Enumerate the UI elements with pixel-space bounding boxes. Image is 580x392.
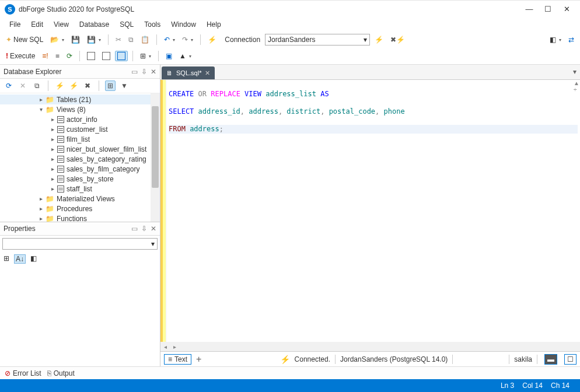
view-icon — [57, 176, 64, 183]
expand-icon[interactable]: ▸ — [37, 215, 44, 222]
menu-database[interactable]: Database — [75, 19, 114, 30]
disconnect-button[interactable]: ⚡ — [372, 34, 386, 45]
expand-icon[interactable]: ▸ — [49, 116, 56, 123]
tree-item[interactable]: ▸sales_by_film_category — [0, 164, 160, 174]
tree-item[interactable]: ▸sales_by_store — [0, 174, 160, 184]
execute-cursor-button[interactable]: ≡! — [40, 51, 50, 61]
sort-az-icon[interactable]: A↓ — [14, 254, 26, 264]
add-view-button[interactable]: + — [196, 354, 201, 365]
filter-button[interactable]: ▼ — [119, 80, 130, 91]
menu-view[interactable]: View — [49, 19, 74, 30]
tab-close-icon[interactable]: ✕ — [205, 69, 210, 77]
expand-icon[interactable]: ▸ — [37, 195, 44, 202]
menu-edit[interactable]: Edit — [26, 19, 48, 30]
connection-dropdown[interactable]: JordanSanders ▾ — [265, 34, 370, 46]
debug-button[interactable] — [85, 51, 97, 61]
db-explorer-tree[interactable]: ▸📁Tables (21)▾📁Views (8)▸actor_info▸cust… — [0, 93, 160, 222]
output-label: Output — [54, 369, 75, 377]
execute-button[interactable]: ! Execute — [4, 51, 37, 61]
connect-button[interactable]: ⚡ — [205, 34, 219, 45]
tree-item[interactable]: ▸📁Materialized Views — [0, 194, 160, 204]
settings-button[interactable]: ⇄ — [566, 34, 576, 45]
minimize-button[interactable]: — — [525, 5, 533, 13]
expand-icon[interactable]: ▸ — [49, 166, 56, 172]
prop-window-icon[interactable]: ▭ — [131, 225, 138, 233]
chart-button[interactable]: ▲▾ — [177, 51, 194, 61]
tree-item[interactable]: ▸sales_by_category_rating — [0, 154, 160, 164]
copy-button[interactable]: ⧉ — [126, 34, 136, 45]
expand-icon[interactable]: ▸ — [49, 146, 56, 152]
maximize-button[interactable]: ☐ — [544, 5, 552, 13]
view-mode-button[interactable]: ⊞ — [105, 80, 116, 91]
categorize-icon[interactable]: ⊞ — [4, 254, 9, 264]
tree-item[interactable]: ▸customer_list — [0, 124, 160, 134]
panel-pin-icon[interactable]: ⇩ — [141, 68, 147, 76]
horizontal-scrollbar[interactable]: ◂ ▸ — [160, 342, 580, 351]
properties-combo[interactable]: ▾ — [2, 238, 158, 250]
error-list-tab[interactable]: ⊘ Error List — [5, 369, 41, 377]
paste-button[interactable]: 📋 — [138, 34, 152, 45]
tab-dropdown-icon[interactable]: ▾ — [573, 68, 576, 76]
tree-item[interactable]: ▸film_list — [0, 134, 160, 144]
plug-gray-button[interactable]: ⚡ — [68, 80, 79, 91]
document-tab[interactable]: 🗎 SQL.sql* ✕ — [162, 66, 215, 79]
redo-button[interactable]: ↷▾ — [180, 34, 195, 45]
menu-tools[interactable]: Tools — [139, 19, 165, 30]
menu-sql[interactable]: SQL — [115, 19, 138, 30]
refresh-tree-button[interactable]: ⟳ — [4, 80, 14, 91]
menu-file[interactable]: File — [5, 19, 25, 30]
grid-button[interactable]: ⊞▾ — [138, 51, 153, 61]
editor-split-handle[interactable]: ▲÷ — [573, 80, 580, 93]
expand-icon[interactable]: ▸ — [49, 126, 56, 132]
save-all-button[interactable]: 💾▾ — [85, 34, 103, 45]
prop-pin-icon[interactable]: ⇩ — [141, 225, 147, 233]
cut-button[interactable]: ✂ — [113, 34, 124, 45]
panel-window-icon[interactable]: ▭ — [131, 68, 138, 76]
tree-item[interactable]: ▸staff_list — [0, 184, 160, 194]
undo-button[interactable]: ↶▾ — [162, 34, 177, 45]
debug3-button[interactable] — [115, 51, 128, 61]
image-button[interactable]: ▣ — [163, 51, 174, 61]
tree-item[interactable]: ▸📁Functions — [0, 214, 160, 222]
plug-add-button[interactable]: ⚡ — [54, 80, 65, 91]
view-mode2-icon[interactable]: ☐ — [564, 354, 576, 365]
menu-help[interactable]: Help — [202, 19, 226, 30]
save-button[interactable]: 💾 — [69, 34, 82, 45]
expand-icon[interactable]: ▸ — [49, 136, 56, 142]
close-button[interactable]: ✕ — [562, 5, 571, 13]
tree-item[interactable]: ▸📁Procedures — [0, 204, 160, 214]
layout-button[interactable]: ◧▾ — [547, 34, 564, 45]
tree-item[interactable]: ▸nicer_but_slower_film_list — [0, 144, 160, 154]
tree-item[interactable]: ▸actor_info — [0, 114, 160, 124]
expand-icon[interactable]: ▸ — [49, 156, 56, 162]
scroll-left-icon[interactable]: ◂ — [160, 344, 170, 350]
stop-button[interactable]: ■ — [53, 51, 62, 61]
refresh-button[interactable]: ⟳ — [64, 51, 75, 61]
expand-icon[interactable]: ▸ — [49, 186, 56, 192]
prop-pages-icon[interactable]: ◧ — [30, 254, 37, 264]
output-tab[interactable]: ⎘ Output — [47, 369, 75, 377]
panel-close-icon[interactable]: ✕ — [151, 68, 156, 76]
tree-scrollbar[interactable] — [151, 93, 160, 222]
windows-button[interactable]: ⧉ — [32, 80, 42, 91]
prop-close-icon[interactable]: ✕ — [151, 225, 156, 233]
expand-icon[interactable]: ▸ — [49, 176, 56, 182]
sql-editor[interactable]: CREATE OR REPLACE VIEW address_list AS S… — [166, 80, 580, 342]
new-sql-button[interactable]: ✦ New SQL — [4, 34, 46, 45]
debug2-button[interactable] — [100, 51, 113, 61]
delete-button[interactable]: ✕ — [18, 80, 28, 91]
plug-x-button[interactable]: ✖ — [82, 80, 93, 91]
expand-icon[interactable]: ▾ — [37, 106, 44, 113]
text-view-tab[interactable]: ≡ Text — [164, 354, 191, 365]
open-button[interactable]: 📂▾ — [48, 34, 67, 45]
tree-item[interactable]: ▾📁Views (8) — [0, 104, 160, 114]
tree-item[interactable]: ▸📁Tables (21) — [0, 94, 160, 104]
folder-open-icon: 📂 — [50, 36, 59, 44]
view-mode1-icon[interactable]: ▬ — [544, 354, 557, 365]
expand-icon[interactable]: ▸ — [37, 205, 44, 212]
menu-window[interactable]: Window — [166, 19, 201, 30]
disconnect-all-button[interactable]: ✖⚡ — [388, 34, 407, 45]
text-icon: ≡ — [168, 355, 172, 363]
scroll-right-icon[interactable]: ▸ — [170, 344, 179, 350]
expand-icon[interactable]: ▸ — [37, 96, 44, 103]
